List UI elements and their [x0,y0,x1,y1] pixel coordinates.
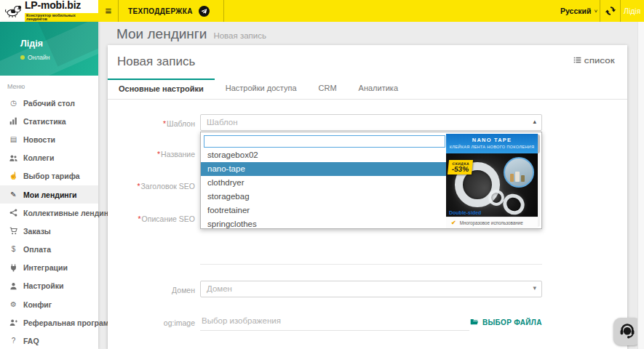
tab-analytics[interactable]: Аналитика [348,79,409,99]
orders-icon [8,227,19,235]
page-scrollbar[interactable] [637,22,644,349]
tab-crm[interactable]: CRM [308,79,348,99]
headset-icon [619,321,636,342]
colleagues-icon [8,154,19,162]
template-select-placeholder: Шаблон [207,118,238,127]
topbar-divider [223,0,224,22]
sidebar-item-orders[interactable]: Заказы [0,222,98,240]
sidebar-item-label: Рабочий стол [23,99,75,108]
menu-section-label: Меню [7,83,25,90]
domain-select[interactable]: Домен ▾ [200,281,542,297]
logo-subtitle: Конструктор мобильных лендингов [25,13,98,23]
language-label: Русский [560,7,591,15]
tariff-icon: ☝ [8,172,19,180]
profile-panel: Лідія Онлайн [0,22,98,76]
sidebar-item-label: Конфиг [23,300,52,309]
dropdown-option[interactable]: clothdryer [201,176,446,190]
preview-title: NANO TAPE [446,137,538,143]
settings-icon [8,282,19,290]
check-icon: ✔ [451,220,456,226]
template-select[interactable]: Шаблон ▴ [200,114,542,131]
sidebar-item-label: Интеграции [23,263,68,272]
app-root: LP-mobi.biz Конструктор мобильных лендин… [0,0,644,349]
field-label-name: *Название [49,150,195,159]
dropdown-option[interactable]: nano-tape [201,162,446,176]
og-image-input[interactable] [200,311,469,331]
card-title: Новая запись [117,55,195,69]
content-card: Новая запись СПИСОК Основные настройкиНа… [108,45,627,349]
support-label: ТЕХПОДДЕРЖКА [128,7,193,15]
sidebar-item-label: FAQ [23,337,39,345]
profile-name: Лідія [20,39,43,49]
preview-feature-row: ✔ Многоразовое использование [446,217,538,228]
topbar-divider [118,0,119,22]
caret-up-icon: ▴ [533,118,536,125]
topbar-divider [600,0,600,22]
discount-badge: СКИДКА -53% [448,160,474,174]
stats-icon [8,117,19,125]
sidebar-item-integrations[interactable]: Интеграции [0,259,98,277]
hamburger-button[interactable]: ≡ [101,4,116,18]
share-icon [8,209,19,217]
payment-icon: $ [8,246,19,253]
sidebar-item-label: Заказы [23,227,51,236]
page-header: Мои лендинги Новая запись [116,26,266,42]
field-label-seo-title: *Заголовок SEO [49,182,195,190]
telegram-icon [199,6,210,17]
template-dropdown-panel: storagebox02nano-tapeclothdryerstorageba… [200,132,542,229]
dropdown-option[interactable]: storagebox02 [201,148,446,162]
sidebar-item-label: Выбор тарифа [23,172,80,180]
dashboard-icon: ◷ [8,100,19,107]
sidebar-item-faq[interactable]: ?FAQ [0,332,98,349]
sidebar-item-config[interactable]: ⚙Конфиг [0,295,98,313]
list-button[interactable]: СПИСОК [573,54,615,67]
dog-logo-icon [4,4,22,19]
caret-down-icon: ▾ [533,284,536,292]
support-link[interactable]: ТЕХПОДДЕРЖКА [128,0,210,22]
refresh-button[interactable] [605,5,616,17]
field-label-domain: Домен [49,286,195,294]
preview-inset-photo [504,157,534,188]
domain-select-placeholder: Домен [207,284,232,293]
preview-caption: Double-sided [449,210,481,215]
breadcrumb: Новая запись [213,31,266,40]
sidebar-item-payment[interactable]: $Оплата [0,241,98,259]
dropdown-option[interactable]: storagebag [201,190,446,204]
seo-description-input-underline [200,264,542,265]
field-label-template: *Шаблон [49,119,195,128]
sidebar-item-news[interactable]: ▤Новости [0,130,98,148]
tab-access-settings[interactable]: Настройки доступа [215,79,308,99]
dropdown-option[interactable]: footretainer [201,204,446,217]
news-icon: ▤ [8,136,19,143]
page-title: Мои лендинги [116,26,207,42]
sidebar-item-label: Мои лендинги [23,190,77,199]
profile-status: Онлайн [20,54,49,61]
dropdown-options: storagebox02nano-tapeclothdryerstorageba… [201,148,446,231]
dropdown-search-input[interactable] [204,135,445,148]
field-label-seo-description: *Описание SEO [49,214,195,223]
sidebar-item-desktop[interactable]: ◷Рабочий стол [0,94,98,112]
tab-main-settings[interactable]: Основные настройки [108,79,215,99]
integrations-icon [8,264,19,272]
language-select[interactable]: Русский ˅ [560,0,597,22]
list-icon [573,54,581,67]
landings-icon: ✎ [8,191,19,198]
preview-header: NANO TAPE КЛЕЙКАЯ ЛЕНТА НОВОГО ПОКОЛЕНИЯ [446,134,538,153]
tabs-bar: Основные настройкиНастройки доступаCRMАн… [108,79,627,100]
preview-product-image: СКИДКА -53% Double-sided [446,153,538,217]
logo-title: LP-mobi.biz [25,0,81,11]
topbar-divider [620,0,621,22]
logo[interactable]: LP-mobi.biz Конструктор мобильных лендин… [0,0,98,22]
sidebar-item-label: Новости [23,135,55,144]
faq-icon: ? [8,337,19,345]
dropdown-option[interactable]: springclothes [201,217,446,231]
referral-icon [8,318,19,326]
online-status-dot [20,55,25,60]
preview-subtitle: КЛЕЙКАЯ ЛЕНТА НОВОГО ПОКОЛЕНИЯ [446,145,538,149]
config-icon: ⚙ [8,301,19,308]
folder-icon [469,316,479,329]
field-label-og-image: og:image [49,318,195,327]
sidebar-item-label: Оплата [23,245,51,254]
username-menu[interactable]: Лідія [624,0,640,22]
choose-file-button[interactable]: ВЫБОР ФАЙЛА [469,316,542,329]
